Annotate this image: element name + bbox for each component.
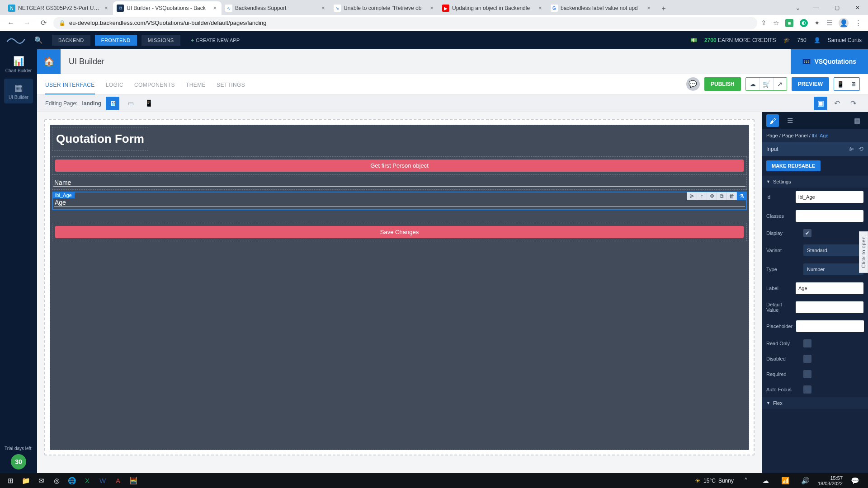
taskbar-explorer-icon[interactable]: 📁	[18, 473, 33, 488]
phone-icon[interactable]: 📱	[834, 78, 847, 90]
search-icon[interactable]: 🔍	[34, 36, 43, 44]
sel-delete-icon[interactable]: 🗑	[726, 192, 736, 200]
viewport-phone-button[interactable]: 📱	[142, 97, 156, 110]
credits-widget[interactable]: 2700 EARN MORE CREDITS	[704, 37, 776, 43]
side-drawer-handle[interactable]: Click to open	[859, 231, 868, 273]
variant-select[interactable]: Standard	[803, 244, 863, 256]
brand-logo[interactable]	[6, 35, 25, 45]
taskbar-calculator-icon[interactable]: 🧮	[126, 473, 141, 488]
profile-avatar-icon[interactable]: 👤	[839, 18, 849, 28]
label-input[interactable]	[796, 282, 863, 294]
extensions-menu-icon[interactable]: ✦	[814, 19, 820, 27]
disabled-checkbox[interactable]	[803, 355, 811, 363]
display-checkbox[interactable]: ✔	[803, 229, 811, 237]
viewport-tablet-button[interactable]: ▭	[124, 97, 137, 110]
section-header-settings[interactable]: ▼Settings	[762, 176, 868, 188]
create-app-button[interactable]: +CREATE NEW APP	[191, 38, 240, 43]
browser-tab[interactable]: ⧉ UI Builder - VSQuotations - Back ×	[113, 1, 222, 15]
tray-wifi-icon[interactable]: 📶	[778, 473, 793, 488]
type-select[interactable]: Number	[803, 263, 863, 275]
placeholder-input[interactable]	[796, 320, 864, 332]
nav-reload-button[interactable]: ⟳	[37, 17, 50, 29]
tray-onedrive-icon[interactable]: ☁	[758, 473, 774, 488]
extension-icon[interactable]: ■	[785, 19, 793, 27]
canvas-field-age[interactable]: lbl_Age ⫸ ↑ ✥ ⧉ 🗑 ⚗ Age	[52, 192, 747, 210]
taskbar-edge-icon[interactable]: 🌐	[64, 473, 80, 488]
inspector-tab-list[interactable]: ☰	[783, 114, 796, 127]
required-checkbox[interactable]	[803, 370, 811, 378]
form-title-text[interactable]: Quotation Form	[52, 127, 148, 151]
weather-widget[interactable]: ☀ 15°C Sunny	[695, 477, 734, 484]
sel-move-icon[interactable]: ✥	[707, 192, 717, 200]
browser-tab[interactable]: G backendless label value not upd ×	[547, 1, 656, 15]
prop-id-input[interactable]	[796, 191, 863, 203]
get-person-button[interactable]: Get first Person object	[55, 160, 744, 172]
make-reusable-button[interactable]: MAKE REUSABLE	[766, 160, 821, 171]
redo-button[interactable]: ↷	[846, 97, 860, 110]
tab-close-icon[interactable]: ×	[537, 5, 543, 11]
chrome-menu-icon[interactable]: ⋮	[855, 19, 862, 27]
sel-up-icon[interactable]: ↑	[697, 192, 707, 200]
taskbar-word-icon[interactable]: W	[95, 473, 110, 488]
tab-close-icon[interactable]: ×	[103, 5, 109, 11]
readonly-checkbox[interactable]	[803, 339, 811, 347]
preview-button[interactable]: PREVIEW	[792, 77, 829, 91]
browser-tab[interactable]: N NETGEAR GS305Pv2 5-Port Unm ×	[5, 1, 113, 15]
browser-tab[interactable]: ∿ Backendless Support ×	[222, 1, 330, 15]
taskbar-autocad-icon[interactable]: A	[110, 473, 126, 488]
tab-close-icon[interactable]: ×	[646, 5, 652, 11]
share-icon[interactable]: ⇪	[761, 19, 767, 27]
outline-toggle-button[interactable]: ▣	[814, 97, 827, 110]
start-button[interactable]: ⊞	[3, 473, 18, 488]
sel-logic-icon[interactable]: ⚗	[736, 192, 746, 200]
viewport-desktop-button[interactable]: 🖥	[106, 97, 119, 110]
save-changes-button[interactable]: Save Changes	[55, 226, 744, 238]
taskbar-excel-icon[interactable]: X	[80, 473, 95, 488]
tray-volume-icon[interactable]: 🔊	[798, 473, 813, 488]
puzzle-icon[interactable]: ⫸	[849, 145, 855, 152]
autofocus-checkbox[interactable]	[803, 385, 811, 394]
taskbar-outlook-icon[interactable]: ✉	[33, 473, 49, 488]
home-button[interactable]: 🏠	[37, 49, 61, 74]
tray-chevron-icon[interactable]: ˄	[738, 473, 754, 488]
new-tab-button[interactable]: +	[657, 2, 670, 15]
page-panel[interactable]: Quotation Form Get first Person object N…	[50, 125, 749, 450]
window-close-button[interactable]: ✕	[847, 0, 868, 15]
tab-theme[interactable]: THEME	[186, 75, 206, 94]
canvas-field-name[interactable]: Name	[52, 177, 747, 190]
nav-forward-button[interactable]: →	[21, 17, 33, 29]
taskbar-clock[interactable]: 15:57 18/03/2022	[818, 475, 843, 486]
inspector-tab-grid[interactable]: ▦	[851, 114, 863, 127]
tab-logic[interactable]: LOGIC	[106, 75, 123, 94]
section-header-flex[interactable]: ▼Flex	[762, 397, 868, 409]
sidebar-item-chart-builder[interactable]: 📊 Chart Builder	[4, 52, 33, 77]
browser-tab[interactable]: ▶ Updating an object in Backendle ×	[439, 1, 547, 15]
tab-close-icon[interactable]: ×	[320, 5, 326, 11]
notifications-icon[interactable]: 💬	[847, 473, 863, 488]
url-input[interactable]: 🔒 eu-develop.backendless.com/VSQuotation…	[53, 17, 757, 29]
cloud-icon[interactable]: ☁	[746, 78, 760, 90]
desktop-icon[interactable]: 🖥	[847, 78, 859, 90]
tab-close-icon[interactable]: ×	[212, 5, 218, 11]
taskbar-chrome-icon[interactable]: ◎	[49, 473, 64, 488]
bookmark-icon[interactable]: ☆	[773, 19, 779, 27]
default-value-input[interactable]	[796, 301, 863, 313]
prop-classes-input[interactable]	[796, 210, 863, 222]
cart-icon[interactable]: 🛒	[760, 78, 773, 90]
nav-back-button[interactable]: ←	[5, 17, 17, 29]
inspector-breadcrumb[interactable]: Page / Page Panel / lbl_Age	[762, 129, 868, 142]
canvas-row[interactable]: Save Changes	[52, 223, 747, 241]
puzzle-icon[interactable]: ⫸	[687, 192, 697, 200]
nav-frontend[interactable]: FRONTEND	[95, 35, 137, 46]
points-value[interactable]: 750	[797, 37, 807, 43]
nav-missions[interactable]: MISSIONS	[142, 35, 180, 46]
tab-close-icon[interactable]: ×	[429, 5, 435, 11]
tab-settings[interactable]: SETTINGS	[217, 75, 245, 94]
reading-list-icon[interactable]: ☰	[826, 19, 832, 27]
workspace-badge[interactable]: VSQuotations	[791, 49, 868, 74]
external-link-icon[interactable]: ↗	[773, 78, 787, 90]
canvas-scroll[interactable]: Quotation Form Get first Person object N…	[37, 112, 762, 473]
chat-icon[interactable]: 💬	[686, 77, 700, 91]
reset-icon[interactable]: ⟲	[859, 145, 863, 152]
tab-components[interactable]: COMPONENTS	[134, 75, 175, 94]
